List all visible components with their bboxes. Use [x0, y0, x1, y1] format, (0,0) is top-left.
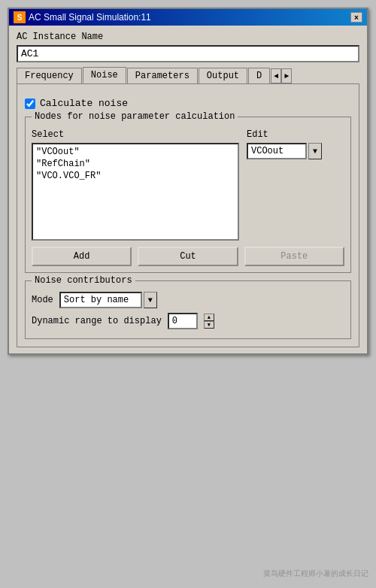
sim-icon: S	[14, 11, 26, 23]
tab-output[interactable]: Output	[199, 68, 247, 83]
dynamic-range-row: Dynamic range to display ▲ ▼	[32, 313, 344, 329]
stepper-down-button[interactable]: ▼	[204, 321, 214, 329]
window-body: AC Instance Name Frequency Noise Paramet…	[9, 26, 367, 353]
instance-name-label: AC Instance Name	[17, 32, 359, 42]
instance-name-input[interactable]	[17, 45, 359, 62]
tab-nav-next[interactable]: ►	[281, 68, 292, 83]
window-title: AC Small Signal Simulation:11	[29, 12, 151, 23]
select-list[interactable]: "VCOout" "RefChain" "VCO.VCO_FR"	[32, 143, 239, 241]
mode-label: Mode	[32, 295, 53, 305]
stepper-up-button[interactable]: ▲	[204, 314, 214, 321]
edit-dropdown-wrap: ▼	[247, 143, 344, 159]
tab-d[interactable]: D	[248, 68, 270, 83]
tab-parameters[interactable]: Parameters	[127, 68, 198, 83]
select-edit-row: Select "VCOout" "RefChain" "VCO.VCO_FR" …	[32, 129, 344, 241]
dynamic-range-input[interactable]	[168, 313, 198, 329]
dynamic-range-label: Dynamic range to display	[32, 316, 162, 326]
contributors-group-title: Noise contributors	[32, 275, 135, 286]
tab-frequency[interactable]: Frequency	[17, 68, 82, 83]
calculate-noise-label: Calculate noise	[40, 98, 128, 109]
list-item[interactable]: "VCOout"	[35, 146, 236, 158]
list-action-buttons: Add Cut Paste	[32, 247, 344, 266]
list-item[interactable]: "VCO.VCO_FR"	[35, 170, 236, 182]
tab-noise[interactable]: Noise	[83, 67, 126, 83]
title-bar: S AC Small Signal Simulation:11 ×	[9, 9, 367, 26]
tab-nav-prev[interactable]: ◄	[271, 68, 281, 83]
mode-select-wrap: ▼	[59, 292, 157, 308]
main-window: S AC Small Signal Simulation:11 × AC Ins…	[8, 8, 368, 355]
edit-col: Edit ▼	[247, 129, 344, 241]
select-col: Select "VCOout" "RefChain" "VCO.VCO_FR"	[32, 129, 239, 241]
nodes-group-title: Nodes for noise parameter calculation	[32, 111, 238, 122]
tab-content-noise: Calculate noise Nodes for noise paramete…	[17, 84, 359, 347]
watermark: 菜鸟硬件工程师小薯的成长日记	[263, 568, 368, 579]
stepper-buttons: ▲ ▼	[204, 314, 214, 329]
calculate-noise-checkbox[interactable]	[25, 99, 35, 109]
list-item[interactable]: "RefChain"	[35, 158, 236, 170]
calculate-noise-row: Calculate noise	[25, 98, 351, 109]
select-label: Select	[32, 129, 239, 140]
cut-button[interactable]: Cut	[138, 247, 238, 266]
paste-button[interactable]: Paste	[244, 247, 344, 266]
close-button[interactable]: ×	[350, 12, 362, 23]
edit-label: Edit	[247, 129, 344, 140]
add-button[interactable]: Add	[32, 247, 132, 266]
title-bar-left: S AC Small Signal Simulation:11	[14, 11, 151, 23]
mode-select-input[interactable]	[59, 292, 142, 308]
contributors-group: Noise contributors Mode ▼ Dynamic range …	[25, 280, 351, 339]
nodes-group: Nodes for noise parameter calculation Se…	[25, 117, 351, 273]
mode-dropdown-arrow[interactable]: ▼	[144, 292, 157, 308]
edit-input[interactable]	[247, 143, 307, 159]
mode-row: Mode ▼	[32, 292, 344, 308]
tabs-bar: Frequency Noise Parameters Output D ◄ ►	[17, 67, 359, 84]
edit-dropdown-arrow[interactable]: ▼	[308, 143, 322, 159]
